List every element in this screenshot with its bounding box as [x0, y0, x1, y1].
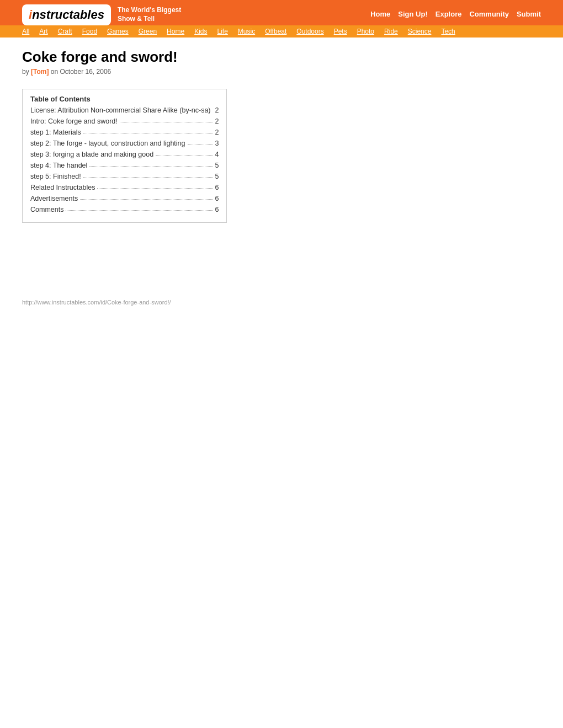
category-offbeat[interactable]: Offbeat: [265, 28, 286, 35]
category-food[interactable]: Food: [82, 28, 97, 35]
toc-item-label: step 4: The handel: [30, 162, 87, 169]
nav-community[interactable]: Community: [469, 10, 509, 18]
main-content: Coke forge and sword! by [Tom] on Octobe…: [0, 38, 530, 255]
toc-item-page: 4: [215, 151, 219, 158]
category-outdoors[interactable]: Outdoors: [296, 28, 323, 35]
footer: http://www.instructables.com/id/Coke-for…: [0, 288, 563, 317]
toc-item-page: 6: [215, 206, 219, 213]
category-photo[interactable]: Photo: [357, 28, 374, 35]
toc-dots: [120, 122, 213, 122]
toc-item-page: 5: [215, 173, 219, 180]
toc-list: License: Attribution Non-commercial Shar…: [30, 106, 219, 213]
toc-item: Related Instructables6: [30, 184, 219, 191]
logo-box: instructables: [22, 4, 111, 25]
logo-text: instructables: [29, 8, 104, 22]
footer-url: http://www.instructables.com/id/Coke-for…: [22, 299, 171, 306]
category-pets[interactable]: Pets: [334, 28, 347, 35]
toc-dots: [83, 133, 213, 133]
toc-item-label: Intro: Coke forge and sword!: [30, 117, 118, 125]
toc-dots: [66, 210, 213, 211]
toc-item-page: 3: [215, 140, 219, 147]
header: instructables The World's Biggest Show &…: [0, 0, 563, 38]
toc-item-page: 2: [215, 129, 219, 136]
toc-item: Advertisements6: [30, 195, 219, 202]
category-ride[interactable]: Ride: [384, 28, 398, 35]
category-tech[interactable]: Tech: [441, 28, 455, 35]
main-nav: Home Sign Up! Explore Community Submit: [370, 10, 541, 20]
toc-item-page: 2: [215, 117, 219, 125]
toc-item-page: 6: [215, 195, 219, 202]
toc-dots: [156, 155, 213, 156]
category-kids[interactable]: Kids: [194, 28, 207, 35]
category-all[interactable]: All: [22, 28, 29, 35]
toc-item-page: 2: [215, 106, 219, 114]
toc-item-label: Comments: [30, 206, 63, 213]
toc-item-label: step 5: Finished!: [30, 173, 81, 180]
toc-item: Comments6: [30, 206, 219, 213]
toc-item-label: step 3: forging a blade and making good: [30, 151, 153, 158]
toc-dots: [80, 199, 213, 200]
category-craft[interactable]: Craft: [58, 28, 72, 35]
toc-item-page: 5: [215, 162, 219, 169]
category-games[interactable]: Games: [107, 28, 129, 35]
toc-item: Intro: Coke forge and sword!2: [30, 117, 219, 125]
logo-area: instructables The World's Biggest Show &…: [22, 4, 181, 25]
toc-item-label: Related Instructables: [30, 184, 95, 191]
toc-item-label: step 2: The forge - layout, construction…: [30, 140, 185, 147]
nav-explore[interactable]: Explore: [435, 10, 462, 18]
toc-item: step 5: Finished!5: [30, 173, 219, 180]
byline: by [Tom] on October 16, 2006: [22, 68, 508, 76]
toc-dots: [89, 166, 213, 167]
nav-submit[interactable]: Submit: [517, 10, 541, 18]
author-link[interactable]: [Tom]: [31, 68, 49, 76]
toc-item-page: 6: [215, 184, 219, 191]
toc-item-label: License: Attribution Non-commercial Shar…: [30, 106, 211, 114]
category-art[interactable]: Art: [39, 28, 47, 35]
toc-item: License: Attribution Non-commercial Shar…: [30, 106, 219, 114]
toc-dots: [188, 144, 213, 144]
toc-item: step 2: The forge - layout, construction…: [30, 140, 219, 147]
category-music[interactable]: Music: [238, 28, 255, 35]
toc-title: Table of Contents: [30, 95, 219, 103]
toc-item-label: Advertisements: [30, 195, 78, 202]
toc-item: step 4: The handel5: [30, 162, 219, 169]
category-green[interactable]: Green: [139, 28, 157, 35]
nav-home[interactable]: Home: [370, 10, 390, 18]
category-life[interactable]: Life: [217, 28, 227, 35]
nav-signup[interactable]: Sign Up!: [398, 10, 427, 18]
toc-item-label: step 1: Materials: [30, 129, 81, 136]
toc-dots: [97, 188, 213, 189]
category-home[interactable]: Home: [167, 28, 184, 35]
toc-item: step 3: forging a blade and making good4: [30, 151, 219, 158]
toc-dots: [83, 177, 213, 178]
page-title: Coke forge and sword!: [22, 49, 508, 66]
category-nav: AllArtCraftFoodGamesGreenHomeKidsLifeMus…: [0, 25, 563, 38]
toc-box: Table of Contents License: Attribution N…: [22, 89, 227, 223]
toc-item: step 1: Materials2: [30, 129, 219, 136]
category-science[interactable]: Science: [408, 28, 432, 35]
tagline: The World's Biggest Show & Tell: [118, 6, 181, 23]
